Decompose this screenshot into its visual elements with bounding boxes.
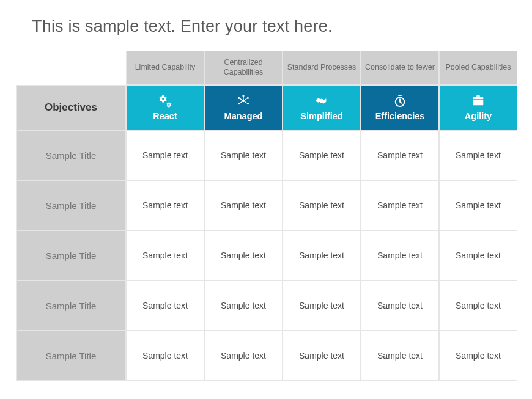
- table-cell: Sample text: [126, 230, 204, 280]
- table-cell: Sample text: [283, 331, 361, 381]
- table-cell: Sample text: [283, 280, 361, 331]
- table-cell: Sample text: [126, 130, 204, 180]
- table-cell: Sample text: [204, 130, 283, 180]
- row-title: Sample Title: [16, 230, 126, 280]
- table-cell: Sample text: [204, 280, 283, 331]
- table-cell: Sample text: [361, 180, 439, 230]
- stage-react: React: [126, 85, 204, 130]
- header-row-descriptions: Limited Capability Centralized Capabilit…: [16, 51, 517, 85]
- table-cell: Sample text: [126, 280, 204, 331]
- table-cell: Sample text: [439, 230, 517, 280]
- briefcase-icon: [471, 94, 485, 108]
- table-cell: Sample text: [126, 331, 204, 381]
- stage-efficiencies: Efficiencies: [361, 85, 439, 130]
- svg-rect-6: [398, 95, 402, 96]
- table-cell: Sample text: [126, 180, 204, 230]
- stage-simplified: Simplified: [283, 85, 361, 130]
- objectives-header: Objectives: [16, 85, 126, 130]
- handshake-icon: [315, 94, 328, 108]
- stage-label: Agility: [465, 111, 492, 121]
- slide: This is sample text. Enter your text her…: [0, 0, 532, 399]
- capability-table: Limited Capability Centralized Capabilit…: [16, 51, 517, 381]
- stage-agility: Agility: [439, 85, 517, 130]
- table-cell: Sample text: [204, 331, 283, 381]
- col-desc-2: Standard Processes: [283, 51, 361, 85]
- col-desc-1: Centralized Capabilities: [204, 51, 283, 85]
- table-cell: Sample text: [439, 180, 517, 230]
- gears-icon: [158, 94, 172, 108]
- stage-managed: Managed: [204, 85, 283, 130]
- row-title: Sample Title: [16, 130, 126, 180]
- svg-point-5: [242, 95, 244, 97]
- slide-title: This is sample text. Enter your text her…: [32, 17, 517, 36]
- svg-point-1: [238, 97, 240, 99]
- table-cell: Sample text: [283, 180, 361, 230]
- svg-point-4: [247, 103, 249, 104]
- row-title: Sample Title: [16, 331, 126, 381]
- col-desc-4: Pooled Capabilities: [439, 51, 517, 85]
- table-cell: Sample text: [361, 130, 439, 180]
- table-row: Sample Title Sample text Sample text Sam…: [16, 331, 517, 381]
- svg-point-0: [242, 100, 245, 102]
- stage-label: Simplified: [300, 111, 342, 121]
- header-spacer: [16, 51, 126, 85]
- row-title: Sample Title: [16, 180, 126, 230]
- svg-point-3: [238, 103, 240, 104]
- col-desc-3: Consolidate to fewer: [361, 51, 439, 85]
- stopwatch-icon: [393, 94, 407, 108]
- table-row: Sample Title Sample text Sample text Sam…: [16, 130, 517, 180]
- table-cell: Sample text: [283, 130, 361, 180]
- table-cell: Sample text: [361, 331, 439, 381]
- stage-label: Efficiencies: [375, 111, 425, 121]
- table-cell: Sample text: [361, 230, 439, 280]
- table-cell: Sample text: [361, 280, 439, 331]
- row-title: Sample Title: [16, 280, 126, 331]
- table-row: Sample Title Sample text Sample text Sam…: [16, 230, 517, 280]
- stage-label: Managed: [224, 111, 263, 121]
- col-desc-0: Limited Capability: [126, 51, 204, 85]
- table-cell: Sample text: [439, 331, 517, 381]
- svg-point-2: [247, 97, 249, 99]
- table-row: Sample Title Sample text Sample text Sam…: [16, 180, 517, 230]
- stage-label: React: [153, 111, 177, 121]
- table-cell: Sample text: [439, 130, 517, 180]
- table-cell: Sample text: [204, 180, 283, 230]
- network-icon: [237, 94, 250, 108]
- table-row: Sample Title Sample text Sample text Sam…: [16, 280, 517, 331]
- table-cell: Sample text: [283, 230, 361, 280]
- header-row-stages: Objectives React Managed Simplified: [16, 85, 517, 130]
- table-cell: Sample text: [439, 280, 517, 331]
- table-cell: Sample text: [204, 230, 283, 280]
